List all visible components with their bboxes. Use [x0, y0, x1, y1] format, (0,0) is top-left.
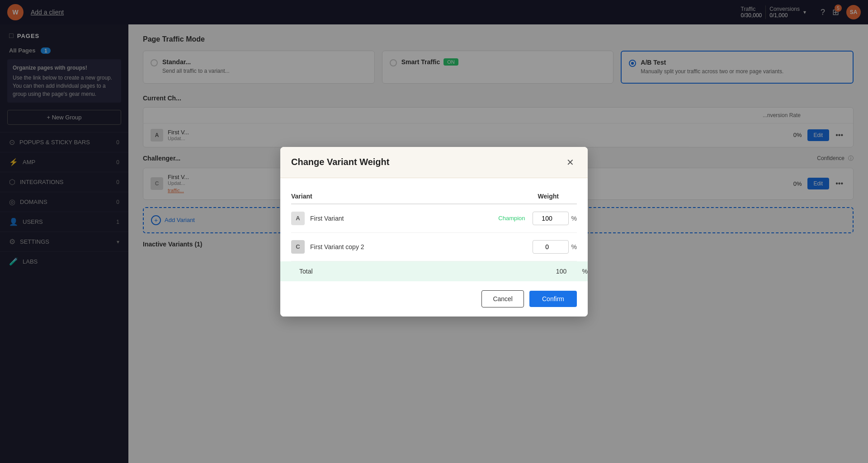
variant-c-percent-symbol: %	[571, 243, 577, 250]
modal-close-button[interactable]: ✕	[564, 156, 577, 169]
modal-overlay: Change Variant Weight ✕ Variant Weight A…	[0, 0, 868, 463]
modal-total-percent: %	[582, 268, 588, 275]
modal-footer: Cancel Confirm	[280, 281, 588, 317]
modal-variant-a-icon: A	[291, 212, 305, 225]
modal-variant-col-header: Variant	[291, 193, 505, 200]
variant-a-weight-input[interactable]	[533, 212, 569, 225]
variant-a-weight-wrap: %	[533, 212, 577, 225]
modal-table-header: Variant Weight	[291, 189, 577, 204]
change-variant-weight-modal: Change Variant Weight ✕ Variant Weight A…	[280, 147, 588, 317]
modal-weight-col-header: Weight	[505, 193, 559, 200]
modal-header: Change Variant Weight ✕	[280, 147, 588, 178]
modal-variant-a-name: First Variant	[310, 215, 498, 222]
modal-variant-c-icon: C	[291, 240, 305, 254]
variant-c-weight-wrap: %	[533, 240, 577, 254]
variant-c-weight-input[interactable]	[533, 240, 569, 254]
variant-a-percent-symbol: %	[571, 215, 577, 222]
modal-total-row: Total 100 %	[280, 261, 588, 281]
modal-total-value: 100	[543, 268, 580, 275]
modal-body: Variant Weight A First Variant Champion …	[280, 178, 588, 261]
confirm-button[interactable]: Confirm	[529, 291, 577, 307]
cancel-button[interactable]: Cancel	[481, 290, 524, 307]
modal-variant-row-a: A First Variant Champion %	[291, 204, 577, 233]
champion-badge: Champion	[498, 215, 525, 222]
modal-variant-row-c: C First Variant copy 2 %	[291, 233, 577, 261]
modal-variant-c-name: First Variant copy 2	[310, 243, 533, 250]
modal-title: Change Variant Weight	[291, 157, 389, 167]
modal-total-label: Total	[299, 268, 543, 275]
